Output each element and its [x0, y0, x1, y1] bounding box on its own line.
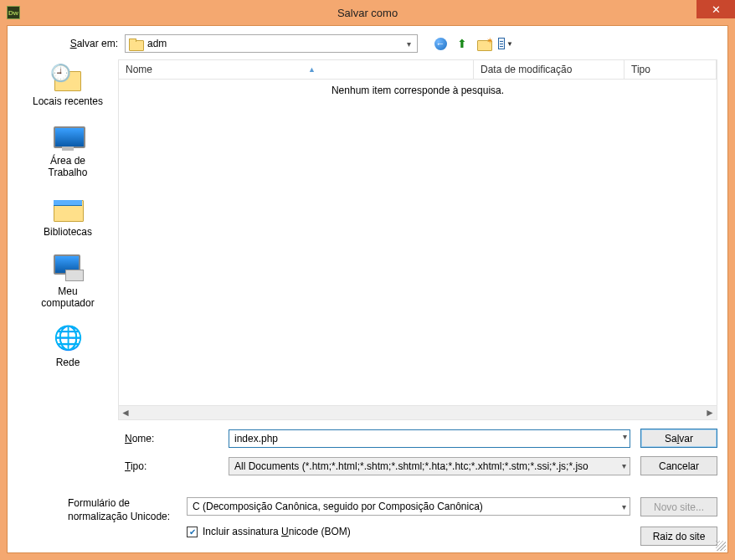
new-folder-button[interactable] [476, 36, 491, 51]
network-icon [50, 324, 85, 354]
titlebar: Dw Salvar como ✕ [0, 0, 735, 25]
back-button[interactable]: ← [433, 36, 448, 51]
save-in-label: Salvar em: [18, 38, 118, 49]
back-icon: ← [434, 38, 447, 50]
unicode-options: Formulário de normalização Unicode: C (D… [18, 497, 717, 546]
chevron-down-icon[interactable]: ▾ [623, 432, 627, 441]
chevron-down-icon[interactable]: ▾ [402, 39, 415, 49]
empty-message: Nenhum item corresponde à pesquisa. [119, 80, 717, 96]
body-split: Locais recentes Área deTrabalho Bibliote… [18, 59, 717, 484]
filename-input-wrap: ▾ [229, 429, 630, 448]
include-bom-checkbox-row[interactable]: ✔ Incluir assinatura Unicode (BOM) [187, 526, 630, 537]
views-icon [498, 38, 505, 49]
chevron-down-icon: ▼ [506, 40, 513, 48]
chevron-down-icon[interactable]: ▾ [622, 461, 626, 470]
save-in-row: Salvar em: adm ▾ ← ⬆ ▼ [18, 34, 717, 53]
recent-places-icon [50, 63, 85, 93]
window-title: Salvar como [0, 7, 735, 19]
filename-input[interactable] [229, 429, 630, 448]
save-in-combo[interactable]: adm ▾ [125, 34, 418, 53]
filetype-value: All Documents (*.htm;*.html;*.shtm;*.sht… [234, 460, 589, 472]
unicode-normalization-select[interactable]: C (Decomposição Canônica, seguido por Co… [187, 497, 630, 516]
column-header-date[interactable]: Data de modificação [474, 60, 624, 79]
horizontal-scrollbar[interactable]: ◄► [118, 406, 717, 420]
place-libraries[interactable]: Bibliotecas [44, 193, 92, 238]
resize-grip[interactable] [716, 541, 726, 551]
include-bom-checkbox[interactable]: ✔ [187, 527, 198, 537]
save-button[interactable]: Salvar [640, 429, 717, 448]
place-network[interactable]: Rede [50, 324, 85, 368]
filetype-select[interactable]: All Documents (*.htm;*.html;*.shtm;*.sht… [229, 457, 630, 475]
file-list[interactable]: Nenhum item corresponde à pesquisa. [118, 80, 717, 406]
place-label: Locais recentes [33, 95, 103, 107]
computer-icon [50, 253, 85, 283]
list-header: Nome▲ Data de modificação Tipo [118, 59, 717, 80]
libraries-icon [50, 193, 85, 223]
place-label: Rede [56, 357, 80, 368]
cancel-button[interactable]: Cancelar [640, 456, 717, 475]
up-one-level-button[interactable]: ⬆ [455, 36, 470, 51]
unicode-normalization-value: C (Decomposição Canônica, seguido por Co… [193, 501, 483, 512]
views-menu-button[interactable]: ▼ [498, 36, 513, 51]
folder-icon [129, 39, 142, 49]
save-in-value: adm [147, 38, 167, 49]
new-site-button: Novo site... [640, 497, 717, 516]
place-label: Meucomputador [41, 285, 94, 309]
file-list-pane: Nome▲ Data de modificação Tipo Nenhum it… [118, 59, 717, 484]
app-icon: Dw [7, 6, 20, 19]
places-bar: Locais recentes Área deTrabalho Bibliote… [18, 59, 118, 484]
unicode-normalization-label: Formulário de normalização Unicode: [18, 497, 177, 523]
column-header-name[interactable]: Nome▲ [119, 60, 474, 79]
sort-asc-icon: ▲ [308, 65, 316, 74]
place-label: Bibliotecas [44, 226, 92, 238]
close-button[interactable]: ✕ [696, 0, 735, 18]
scroll-left-icon[interactable]: ◄ [121, 407, 131, 419]
column-header-type[interactable]: Tipo [624, 60, 717, 79]
client-area: Salvar em: adm ▾ ← ⬆ ▼ Locais recentes [7, 25, 728, 553]
place-recent[interactable]: Locais recentes [33, 63, 103, 107]
place-desktop[interactable]: Área deTrabalho [49, 122, 88, 178]
nav-icons: ← ⬆ ▼ [433, 36, 513, 51]
place-label: Área deTrabalho [49, 155, 88, 178]
desktop-icon [50, 122, 85, 152]
up-arrow-icon: ⬆ [457, 37, 467, 50]
place-computer[interactable]: Meucomputador [41, 253, 94, 309]
scroll-right-icon[interactable]: ► [705, 407, 715, 419]
save-as-dialog: Dw Salvar como ✕ Salvar em: adm ▾ ← ⬆ ▼ [0, 0, 735, 560]
new-folder-icon [477, 39, 491, 49]
filetype-label: Tipo: [118, 460, 218, 472]
chevron-down-icon[interactable]: ▾ [622, 502, 626, 511]
site-root-button[interactable]: Raiz do site [640, 527, 717, 546]
filename-label: Nome: [118, 433, 218, 444]
filename-form: Nome: ▾ Salvar Tipo: All Documents (*.ht… [118, 420, 717, 484]
include-bom-label: Incluir assinatura Unicode (BOM) [203, 526, 351, 537]
